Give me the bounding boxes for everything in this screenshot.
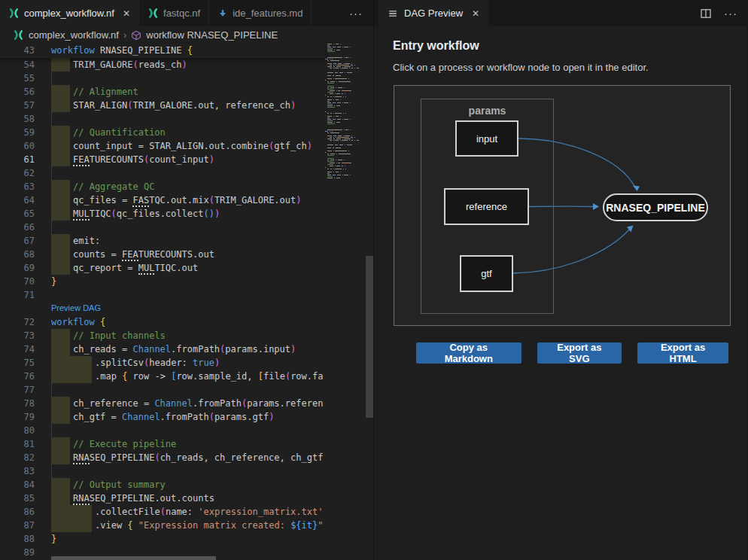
tab-dag-preview[interactable]: DAG Preview ✕ bbox=[379, 0, 488, 26]
code-line[interactable]: 77 bbox=[0, 383, 325, 397]
line-number: 70 bbox=[0, 275, 35, 288]
breadcrumb-symbol[interactable]: workflow RNASEQ_PIPELINE bbox=[146, 29, 278, 41]
copy-as-markdown-button[interactable]: Copy as Markdown bbox=[416, 342, 521, 364]
line-number: 68 bbox=[0, 248, 35, 261]
code-line[interactable]: 56// Alignment bbox=[0, 85, 325, 99]
code-line[interactable]: 83 bbox=[0, 464, 325, 478]
code-line[interactable]: 87.view { "Expression matrix created: ${… bbox=[0, 519, 325, 532]
code-line[interactable]: 57STAR_ALIGN(TRIM_GALORE.out, reference_… bbox=[0, 99, 325, 112]
dag-node-reference[interactable]: reference bbox=[444, 188, 529, 225]
code-line[interactable]: 81// Execute pipeline bbox=[0, 437, 325, 451]
editor-group: complex_workflow.nf ✕ fastqc.nf ide_feat… bbox=[0, 0, 374, 560]
nextflow-icon bbox=[8, 8, 20, 19]
line-number: 87 bbox=[0, 519, 35, 532]
dag-node-rnaseq-pipeline[interactable]: RNASEQ_PIPELINE bbox=[603, 193, 708, 221]
line-number: 81 bbox=[0, 437, 35, 451]
code-line[interactable]: 62 bbox=[0, 166, 325, 180]
line-number: 80 bbox=[0, 424, 35, 437]
code-line[interactable]: 68counts = FEATURECOUNTS.out bbox=[0, 248, 325, 261]
horizontal-scrollbar-thumb[interactable] bbox=[51, 556, 216, 560]
dag-node-gtf[interactable]: gtf bbox=[460, 255, 513, 292]
line-number: 54 bbox=[0, 58, 35, 72]
vertical-scrollbar[interactable] bbox=[366, 44, 373, 560]
code-line[interactable]: 82RNASEQ_PIPELINE(ch_reads, ch_reference… bbox=[0, 451, 325, 464]
split-editor-icon[interactable] bbox=[700, 8, 712, 20]
panel-actions: ··· bbox=[700, 0, 747, 26]
dag-node-input[interactable]: input bbox=[455, 120, 518, 157]
code-line[interactable]: 61FEATURECOUNTS(count_input) bbox=[0, 153, 325, 166]
tab-close-icon[interactable]: ✕ bbox=[123, 8, 130, 19]
code-line[interactable]: 54TRIM_GALORE(reads_ch) bbox=[0, 58, 325, 72]
line-number: 88 bbox=[0, 532, 35, 546]
line-number: 77 bbox=[0, 383, 35, 397]
export-as-svg-button[interactable]: Export as SVG bbox=[537, 342, 622, 364]
tab-fastqc[interactable]: fastqc.nf bbox=[139, 0, 209, 26]
line-number: 74 bbox=[0, 342, 35, 356]
download-arrow-icon bbox=[217, 8, 228, 19]
line-number: 75 bbox=[0, 356, 35, 370]
code-line[interactable]: 63// Aggregate QC bbox=[0, 180, 325, 193]
line-number: 84 bbox=[0, 478, 35, 492]
code-line[interactable]: 78ch_reference = Channel.fromPath(params… bbox=[0, 397, 325, 410]
panel-close-icon[interactable]: ✕ bbox=[472, 8, 479, 19]
line-number: 71 bbox=[0, 288, 35, 302]
code-line[interactable]: 80 bbox=[0, 424, 325, 437]
line-number: 58 bbox=[0, 112, 35, 126]
minimap[interactable] bbox=[325, 44, 366, 560]
tab-complex-workflow[interactable]: complex_workflow.nf ✕ bbox=[0, 0, 139, 26]
code-line[interactable]: 75.splitCsv(header: true) bbox=[0, 356, 325, 370]
code-line[interactable]: 71 bbox=[0, 288, 325, 302]
line-number: 61 bbox=[0, 153, 35, 166]
line-number: 55 bbox=[0, 72, 35, 85]
line-number: 79 bbox=[0, 410, 35, 424]
panel-tab-label: DAG Preview bbox=[404, 8, 463, 19]
code-line[interactable]: 60count_input = STAR_ALIGN.out.combine(g… bbox=[0, 139, 325, 153]
nextflow-icon bbox=[147, 8, 159, 19]
export-buttons: Copy as Markdown Export as SVG Export as… bbox=[416, 342, 728, 364]
sticky-code: workflow RNASEQ_PIPELINE { bbox=[51, 44, 193, 58]
line-number: 56 bbox=[0, 85, 35, 99]
code-line[interactable]: 86.collectFile(name: 'expression_matrix.… bbox=[0, 505, 325, 519]
symbol-namespace-icon bbox=[131, 30, 141, 41]
code-line[interactable]: 84// Output summary bbox=[0, 478, 325, 492]
code-editor[interactable]: 43 workflow RNASEQ_PIPELINE { 54TRIM_GAL… bbox=[0, 44, 373, 560]
breadcrumb-separator: › bbox=[123, 29, 126, 41]
code-line[interactable]: 58 bbox=[0, 112, 325, 126]
tab-label: ide_features.md bbox=[233, 8, 303, 19]
panel-more-icon[interactable]: ··· bbox=[724, 7, 737, 20]
panel-description: Click on a process or workflow node to o… bbox=[393, 62, 728, 73]
code-line[interactable]: 69qc_report = MULTIQC.out bbox=[0, 261, 325, 275]
tab-ide-features[interactable]: ide_features.md bbox=[209, 0, 312, 26]
code-line[interactable]: 59// Quantification bbox=[0, 126, 325, 139]
line-number: 73 bbox=[0, 329, 35, 342]
code-line[interactable]: 79ch_gtf = Channel.fromPath(params.gtf) bbox=[0, 410, 325, 424]
tab-overflow-button[interactable]: ··· bbox=[339, 0, 373, 26]
code-line[interactable]: 74ch_reads = Channel.fromPath(params.inp… bbox=[0, 342, 325, 356]
codelens-row[interactable]: Preview DAG bbox=[0, 302, 325, 315]
code-line[interactable]: 85RNASEQ_PIPELINE.out.counts bbox=[0, 492, 325, 505]
line-number: 72 bbox=[0, 315, 35, 329]
codelens-preview-dag[interactable]: Preview DAG bbox=[51, 302, 101, 315]
code-line[interactable]: 70} bbox=[0, 275, 325, 288]
code-lines: 54TRIM_GALORE(reads_ch)5556// Alignment5… bbox=[0, 58, 325, 559]
vscode-window: complex_workflow.nf ✕ fastqc.nf ide_feat… bbox=[0, 0, 748, 560]
code-line[interactable]: 65MULTIQC(qc_files.collect()) bbox=[0, 207, 325, 221]
code-line[interactable]: 55 bbox=[0, 72, 325, 85]
breadcrumb-file[interactable]: complex_workflow.nf bbox=[29, 29, 119, 41]
code-line[interactable]: 76.map { row -> [row.sample_id, [file(ro… bbox=[0, 370, 325, 383]
code-line[interactable]: 88} bbox=[0, 532, 325, 546]
code-line[interactable]: 73// Input channels bbox=[0, 329, 325, 342]
sticky-scroll-line[interactable]: 43 workflow RNASEQ_PIPELINE { bbox=[0, 44, 325, 58]
code-line[interactable]: 72workflow { bbox=[0, 315, 325, 329]
code-line[interactable]: 67emit: bbox=[0, 234, 325, 248]
sticky-line-number: 43 bbox=[0, 44, 35, 58]
nextflow-icon bbox=[13, 29, 24, 41]
export-as-html-button[interactable]: Export as HTML bbox=[637, 342, 728, 364]
line-number: 78 bbox=[0, 397, 35, 410]
line-number: 66 bbox=[0, 221, 35, 234]
breadcrumb: complex_workflow.nf › workflow RNASEQ_PI… bbox=[0, 26, 373, 44]
line-number: 57 bbox=[0, 99, 35, 112]
code-line[interactable]: 66 bbox=[0, 221, 325, 234]
code-line[interactable]: 64qc_files = FASTQC.out.mix(TRIM_GALORE.… bbox=[0, 193, 325, 207]
vertical-scrollbar-thumb[interactable] bbox=[366, 256, 373, 418]
